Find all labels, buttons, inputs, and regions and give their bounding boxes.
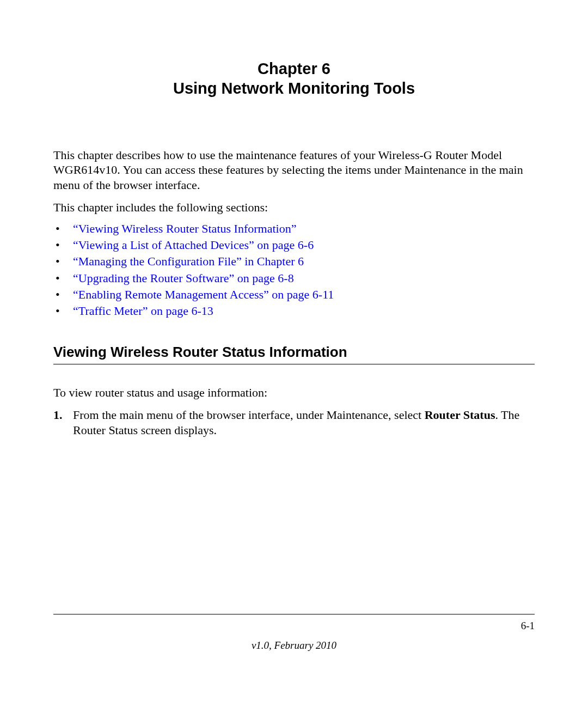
- toc-link[interactable]: “Viewing a List of Attached Devices” on …: [73, 238, 314, 252]
- toc-link[interactable]: “Managing the Configuration File” in Cha…: [73, 254, 304, 268]
- step-text-bold: Router Status: [425, 408, 495, 422]
- section-heading: Viewing Wireless Router Status Informati…: [53, 344, 535, 364]
- toc-link[interactable]: “Traffic Meter” on page 6-13: [73, 304, 213, 318]
- step-list: 1. From the main menu of the browser int…: [53, 407, 535, 437]
- toc-list: “Viewing Wireless Router Status Informat…: [53, 221, 535, 320]
- toc-item: “Upgrading the Router Software” on page …: [53, 270, 535, 287]
- toc-link[interactable]: “Enabling Remote Management Access” on p…: [73, 288, 334, 301]
- toc-link[interactable]: “Viewing Wireless Router Status Informat…: [73, 222, 296, 235]
- chapter-heading: Chapter 6 Using Network Monitoring Tools: [53, 59, 535, 99]
- page-footer: 6-1 v1.0, February 2010: [53, 614, 535, 652]
- chapter-number: Chapter 6: [53, 59, 535, 78]
- toc-item: “Viewing a List of Attached Devices” on …: [53, 237, 535, 253]
- page-number: 6-1: [521, 620, 535, 632]
- toc-link[interactable]: “Upgrading the Router Software” on page …: [73, 271, 294, 285]
- step-text-pre: From the main menu of the browser interf…: [73, 408, 425, 422]
- footer-rule: [53, 614, 535, 614]
- chapter-intro: This chapter describes how to use the ma…: [53, 148, 535, 193]
- footer-version: v1.0, February 2010: [53, 640, 535, 652]
- toc-item: “Traffic Meter” on page 6-13: [53, 303, 535, 319]
- toc-item: “Viewing Wireless Router Status Informat…: [53, 221, 535, 237]
- step-item: 1. From the main menu of the browser int…: [53, 407, 535, 437]
- step-number: 1.: [53, 407, 63, 423]
- toc-item: “Managing the Configuration File” in Cha…: [53, 253, 535, 270]
- toc-item: “Enabling Remote Management Access” on p…: [53, 287, 535, 303]
- toc-lead-in: This chapter includes the following sect…: [53, 200, 535, 215]
- section-intro: To view router status and usage informat…: [53, 385, 535, 400]
- chapter-title: Using Network Monitoring Tools: [53, 78, 535, 98]
